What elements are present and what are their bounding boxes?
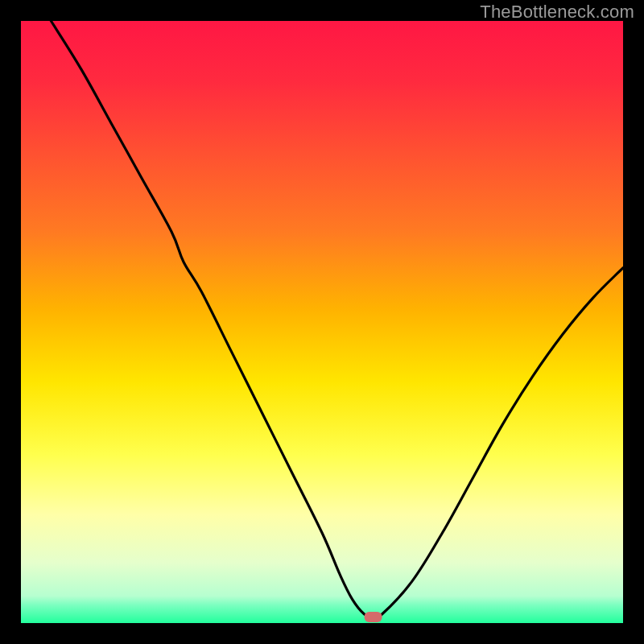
plot-svg	[21, 21, 623, 623]
watermark-text: TheBottleneck.com	[480, 2, 634, 23]
chart-frame: TheBottleneck.com	[0, 0, 644, 644]
optimal-marker	[365, 612, 382, 622]
bottleneck-plot	[21, 21, 623, 623]
